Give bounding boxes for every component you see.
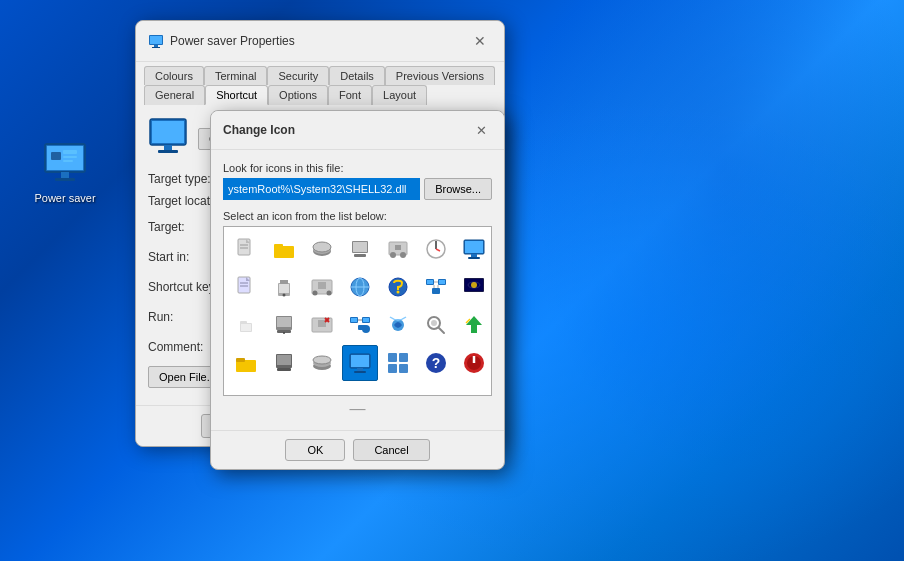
icon-cell-27[interactable] (342, 345, 378, 381)
svg-point-45 (283, 294, 286, 297)
svg-rect-13 (152, 121, 184, 143)
svg-rect-98 (277, 368, 291, 371)
dialog-title: Change Icon (223, 123, 295, 137)
icon-cell-25[interactable] (266, 345, 302, 381)
file-path-input[interactable] (223, 178, 420, 200)
dialog-cancel-button[interactable]: Cancel (353, 439, 429, 461)
icon-cell-17[interactable] (266, 307, 302, 343)
svg-rect-2 (61, 172, 69, 178)
icon-cell-9[interactable] (266, 269, 302, 305)
svg-point-114 (473, 358, 475, 360)
svg-rect-26 (354, 254, 366, 257)
tab-previous-versions[interactable]: Previous Versions (385, 66, 495, 85)
tab-colours[interactable]: Colours (144, 66, 204, 85)
icon-cell-28[interactable] (380, 345, 416, 381)
tabs-row2: General Shortcut Options Font Layout (144, 85, 496, 105)
svg-point-29 (400, 252, 406, 258)
svg-point-23 (313, 242, 331, 252)
icon-cell-14[interactable] (456, 269, 492, 305)
dialog-ok-button[interactable]: OK (285, 439, 345, 461)
svg-point-101 (313, 356, 331, 364)
icon-cell-21[interactable] (418, 307, 454, 343)
icon-grid: ? (228, 231, 487, 381)
svg-rect-82 (363, 318, 369, 322)
svg-point-65 (471, 282, 477, 288)
browse-button[interactable]: Browse... (424, 178, 492, 200)
properties-title: Power saver Properties (170, 34, 295, 48)
svg-rect-106 (388, 353, 397, 362)
svg-rect-44 (279, 284, 289, 293)
svg-rect-37 (468, 257, 480, 259)
tab-details[interactable]: Details (329, 66, 385, 85)
desktop-icon-power-saver[interactable]: Power saver (30, 140, 100, 204)
icon-cell-11[interactable] (342, 269, 378, 305)
svg-rect-3 (55, 178, 75, 181)
change-icon-dialog: Change Icon ✕ Look for icons in this fil… (210, 110, 505, 470)
svg-rect-105 (354, 371, 366, 373)
svg-rect-47 (318, 282, 326, 289)
look-for-label: Look for icons in this file: (223, 162, 492, 174)
tab-terminal[interactable]: Terminal (204, 66, 268, 85)
desktop: Power saver Power saver Properties ✕ Col… (0, 0, 904, 561)
svg-rect-58 (439, 280, 445, 284)
svg-rect-104 (357, 368, 363, 371)
svg-rect-80 (351, 318, 357, 322)
icon-cell-29[interactable]: ? (418, 345, 454, 381)
svg-rect-85 (358, 325, 366, 330)
scrollbar-indicator: — (223, 400, 492, 418)
svg-rect-25 (353, 242, 367, 252)
svg-point-48 (313, 291, 318, 296)
tab-general[interactable]: General (144, 85, 205, 105)
icon-cell-12[interactable] (380, 269, 416, 305)
svg-rect-72 (277, 317, 291, 327)
icon-cell-0[interactable] (228, 231, 264, 267)
tab-security[interactable]: Security (267, 66, 329, 85)
dialog-titlebar: Change Icon ✕ (211, 111, 504, 150)
svg-rect-20 (274, 244, 283, 248)
icon-grid-container[interactable]: ? (223, 226, 492, 396)
icon-cell-18[interactable] (304, 307, 340, 343)
svg-point-49 (327, 291, 332, 296)
tab-layout[interactable]: Layout (372, 85, 427, 105)
icon-cell-24[interactable] (228, 345, 264, 381)
svg-rect-60 (432, 288, 440, 294)
icon-cell-26[interactable] (304, 345, 340, 381)
svg-point-54 (397, 291, 400, 294)
icon-cell-1[interactable] (266, 231, 302, 267)
icon-cell-4[interactable] (380, 231, 416, 267)
icon-cell-5[interactable] (418, 231, 454, 267)
svg-rect-95 (236, 358, 245, 362)
icon-cell-8[interactable] (228, 269, 264, 305)
dialog-close-button[interactable]: ✕ (470, 119, 492, 141)
svg-rect-15 (158, 150, 178, 153)
tab-font[interactable]: Font (328, 85, 372, 105)
tab-options[interactable]: Options (268, 85, 328, 105)
icon-cell-6[interactable] (456, 231, 492, 267)
icon-cell-19[interactable] (342, 307, 378, 343)
icon-list-label: Select an icon from the list below: (223, 210, 492, 222)
svg-rect-108 (388, 364, 397, 373)
icon-cell-10[interactable] (304, 269, 340, 305)
properties-close-button[interactable]: ✕ (468, 29, 492, 53)
tab-shortcut[interactable]: Shortcut (205, 85, 268, 105)
svg-rect-35 (465, 241, 483, 253)
svg-rect-70 (241, 324, 251, 331)
properties-window-icon (148, 33, 164, 49)
icon-cell-13[interactable] (418, 269, 454, 305)
icon-cell-2[interactable] (304, 231, 340, 267)
svg-rect-56 (427, 280, 433, 284)
svg-point-28 (390, 252, 396, 258)
icon-cell-16[interactable] (228, 307, 264, 343)
svg-rect-11 (152, 47, 160, 48)
svg-rect-4 (51, 152, 61, 160)
tabs-row1: Colours Terminal Security Details Previo… (144, 66, 496, 85)
power-saver-icon (41, 140, 89, 188)
svg-rect-6 (63, 156, 77, 158)
icon-cell-30[interactable] (456, 345, 492, 381)
icon-cell-3[interactable] (342, 231, 378, 267)
svg-line-89 (439, 328, 444, 333)
icon-cell-22[interactable] (456, 307, 492, 343)
svg-point-87 (396, 323, 400, 327)
svg-rect-14 (164, 145, 172, 150)
icon-cell-20[interactable] (380, 307, 416, 343)
